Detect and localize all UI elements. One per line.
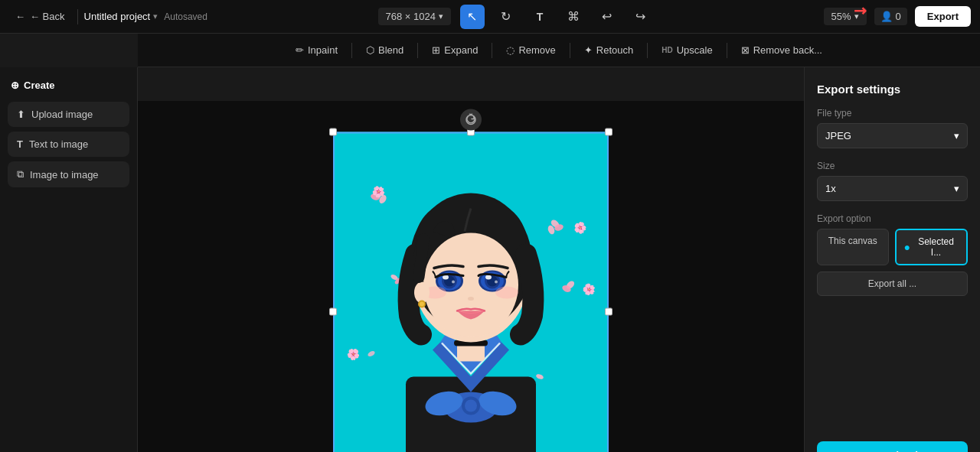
canvas-dimensions[interactable]: 768 × 1024 ▾ [378, 8, 451, 25]
svg-point-33 [452, 280, 455, 283]
export-button[interactable]: Export [915, 6, 971, 27]
user-count: 0 [896, 11, 901, 22]
svg-point-38 [485, 275, 492, 279]
topbar: ← ← Back Untitled project ▾ Autosaved 76… [0, 0, 980, 34]
download-button[interactable]: Download [817, 441, 968, 452]
undo-button[interactable]: ↩ [595, 5, 619, 29]
resize-handle-middle-right[interactable] [605, 307, 612, 315]
export-all-wrapper: Export all ... [817, 272, 968, 296]
back-label: ← Back [30, 11, 65, 22]
remove-button[interactable]: ◌ Remove [497, 40, 564, 60]
chevron-down-icon: ▾ [153, 11, 158, 21]
remove-bg-button[interactable]: ⊠ Remove back... [732, 40, 831, 60]
autosaved-status: Autosaved [164, 11, 207, 22]
export-all-button[interactable]: Export all ... [817, 272, 968, 296]
project-name[interactable]: Untitled project ▾ [84, 11, 158, 22]
resize-handle-top-right[interactable] [605, 128, 612, 135]
image-to-image-icon: ⧉ [17, 168, 24, 180]
back-button[interactable]: ← ← Back [9, 8, 71, 25]
toolbar-separator [647, 43, 648, 58]
remove-bg-icon: ⊠ [741, 44, 750, 56]
sidebar-item-upload-image[interactable]: ⬆ Upload image [8, 102, 129, 127]
text-to-image-label: Text to image [29, 138, 88, 150]
upload-image-label: Upload image [31, 109, 93, 120]
secondary-toolbar: ✏ Inpaint ⬡ Blend ⊞ Expand ◌ Remove ✦ Re… [138, 34, 980, 67]
radio-selected-icon: ● [904, 241, 910, 253]
toolbar-separator [570, 43, 570, 58]
blend-button[interactable]: ⬡ Blend [357, 40, 413, 60]
back-arrow-icon: ← [15, 11, 25, 22]
size-select[interactable]: 1x ▾ [817, 176, 968, 201]
rotate-handle[interactable] [460, 109, 482, 130]
image-to-image-label: Image to image [30, 169, 99, 180]
upscale-button[interactable]: HD Upscale [652, 40, 721, 60]
blend-icon: ⬡ [366, 44, 374, 56]
toolbar-separator [351, 43, 352, 58]
sidebar-header: ⊕ Create [8, 76, 129, 97]
retouch-icon: ✦ [584, 44, 593, 56]
toolbar-separator [727, 43, 727, 58]
canvas-wrapper: 🌸 🌸 🌸 🌸 [333, 132, 609, 452]
rotate-tool-button[interactable]: ↻ [494, 5, 518, 29]
file-type-select[interactable]: JPEG ▾ [817, 123, 968, 148]
topbar-center: 768 × 1024 ▾ ↖ ↻ T ⌘ ↩ ↪ [214, 5, 818, 29]
expand-button[interactable]: ⊞ Expand [423, 40, 487, 60]
resize-handle-top-left[interactable] [329, 128, 337, 135]
export-option-section: Export option This canvas ● Selected I..… [817, 213, 968, 296]
remove-icon: ◌ [506, 44, 514, 56]
chevron-down-icon: ▾ [439, 11, 443, 21]
redo-button[interactable]: ↪ [629, 5, 653, 29]
text-tool-button[interactable]: T [528, 5, 552, 29]
canvas-image: 🌸 🌸 🌸 🌸 [333, 132, 609, 452]
chevron-down-icon: ▾ [954, 183, 959, 194]
file-type-section: File type JPEG ▾ [817, 108, 968, 148]
rotate-icon [465, 113, 477, 125]
dimensions-text: 768 × 1024 [386, 11, 436, 22]
svg-point-41 [495, 286, 518, 298]
toolbar-separator [417, 43, 418, 58]
user-count-badge[interactable]: 👤 0 [874, 8, 907, 25]
divider [77, 9, 78, 24]
main-layout: ⊕ Create ⬆ Upload image T Text to image … [0, 67, 980, 452]
svg-point-42 [468, 297, 474, 301]
sidebar: ⊕ Create ⬆ Upload image T Text to image … [0, 67, 138, 452]
svg-point-39 [495, 280, 498, 283]
export-panel: Export settings File type JPEG ▾ Size 1x… [804, 67, 980, 452]
export-option-group: This canvas ● Selected I... [817, 229, 968, 265]
select-tool-button[interactable]: ↖ [460, 5, 485, 29]
retouch-button[interactable]: ✦ Retouch [575, 40, 642, 60]
svg-point-43 [414, 281, 430, 303]
upload-icon: ⬆ [17, 109, 25, 120]
svg-point-32 [443, 275, 449, 279]
sidebar-footer: ? [8, 440, 129, 452]
svg-point-45 [420, 301, 424, 306]
selected-button[interactable]: ● Selected I... [895, 229, 969, 265]
zoom-value: 55% [831, 11, 851, 22]
link-tool-button[interactable]: ⌘ [561, 5, 586, 29]
create-icon: ⊕ [11, 80, 19, 91]
export-panel-title: Export settings [817, 83, 968, 96]
canvas-area[interactable]: 🌸 🌸 🌸 🌸 [138, 101, 804, 452]
text-to-image-icon: T [17, 138, 23, 150]
chevron-down-icon: ▾ [954, 130, 959, 141]
sidebar-item-text-to-image[interactable]: T Text to image [8, 132, 129, 157]
expand-icon: ⊞ [432, 44, 440, 56]
topbar-right: 55% ▾ 👤 0 Export [824, 6, 971, 27]
export-option-label: Export option [817, 213, 968, 224]
this-canvas-button[interactable]: This canvas [817, 229, 889, 265]
sidebar-item-image-to-image[interactable]: ⧉ Image to image [8, 161, 129, 187]
canvas-image-container[interactable]: 🌸 🌸 🌸 🌸 [333, 132, 609, 452]
this-canvas-label: This canvas [828, 236, 877, 246]
resize-handle-middle-left[interactable] [329, 307, 337, 315]
inpaint-button[interactable]: ✏ Inpaint [286, 40, 347, 60]
inpaint-icon: ✏ [296, 44, 304, 56]
selected-label: Selected I... [913, 236, 959, 258]
toolbar-separator [492, 43, 492, 58]
upscale-hd-badge: HD [662, 46, 672, 54]
size-value: 1x [825, 183, 836, 194]
file-type-value: JPEG [825, 130, 851, 141]
svg-point-21 [465, 399, 477, 411]
size-section: Size 1x ▾ [817, 161, 968, 201]
project-name-text: Untitled project [84, 11, 151, 22]
create-label: Create [24, 80, 54, 91]
